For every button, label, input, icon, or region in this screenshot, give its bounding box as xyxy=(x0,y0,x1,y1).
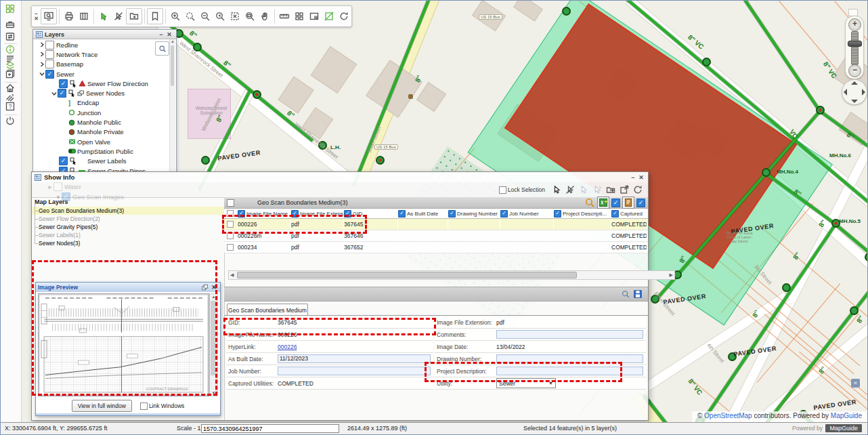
layers-close-button[interactable]: ✕ xyxy=(165,31,173,38)
refresh-button[interactable] xyxy=(337,9,351,24)
layers-panel-titlebar[interactable]: Layers − ✕ xyxy=(33,30,176,39)
expander-icon[interactable] xyxy=(39,42,45,47)
layer-checkbox[interactable] xyxy=(45,50,54,59)
zoom-out-button[interactable]: − xyxy=(848,64,861,77)
zoom-rectangle-button[interactable] xyxy=(183,9,198,24)
pan-left-arrow[interactable] xyxy=(844,89,847,96)
layer-tree-item[interactable]: Redline xyxy=(33,40,169,49)
column-header[interactable]: ✓Project Descripti... xyxy=(554,209,611,218)
layer-tree-item[interactable]: Network Trace xyxy=(33,49,169,59)
expander-icon[interactable] xyxy=(51,91,58,96)
osm-link[interactable]: OpenStreetMap xyxy=(704,412,752,419)
search-button[interactable] xyxy=(584,197,595,208)
layer-tree-item[interactable]: PumpStation Public xyxy=(33,146,169,156)
expander-icon[interactable] xyxy=(39,62,45,67)
refresh-button[interactable] xyxy=(632,184,644,195)
layer-tree-item[interactable]: Open Valve xyxy=(33,137,169,146)
select-faded-button[interactable] xyxy=(578,184,590,195)
layer-tree-item[interactable]: Manhole Public xyxy=(33,117,169,127)
sidebar-swap-panels-button[interactable] xyxy=(5,31,17,43)
pan-right-arrow[interactable] xyxy=(862,89,865,96)
sidebar-apps-grid-button[interactable] xyxy=(5,3,17,16)
pan-button[interactable] xyxy=(257,9,272,24)
dialog-minimize-button[interactable]: − xyxy=(629,174,637,181)
row-checkbox[interactable] xyxy=(227,244,234,251)
report-button[interactable] xyxy=(622,196,634,209)
zoom-extents-button[interactable] xyxy=(227,9,242,24)
layer-checkbox[interactable]: ✓ xyxy=(45,70,54,79)
expander-icon[interactable] xyxy=(39,71,45,77)
detail-search-icon[interactable] xyxy=(621,289,630,299)
zoom-in-button[interactable]: + xyxy=(848,18,861,31)
field-input[interactable]: 11/12/2023 xyxy=(278,354,431,363)
layer-checkbox[interactable]: ✓ xyxy=(59,157,68,165)
sidebar-help-button[interactable]: ? xyxy=(5,101,17,113)
export-folder-button[interactable] xyxy=(605,184,617,195)
grid-row[interactable]: 000234pdf367652COMPLETED xyxy=(224,242,648,253)
layer-checkbox[interactable] xyxy=(45,41,54,49)
column-checkbox[interactable]: ✓ xyxy=(398,210,406,218)
layer-tree-item[interactable]: Manhole Private xyxy=(33,127,169,137)
column-checkbox[interactable]: ✓ xyxy=(611,210,619,218)
measure-button[interactable] xyxy=(277,9,292,24)
map-zoom-slider[interactable]: + − xyxy=(845,16,864,79)
field-input[interactable] xyxy=(278,367,431,375)
column-checkbox[interactable]: ✓ xyxy=(554,210,561,218)
lock-selection-checkbox[interactable]: Lock Selection xyxy=(499,186,545,194)
layer-tree-item[interactable]: Basemap xyxy=(33,60,169,69)
column-checkbox[interactable]: ✓ xyxy=(500,210,508,218)
zoom-handle[interactable] xyxy=(848,41,862,47)
layer-tree-item[interactable]: Junction xyxy=(33,108,169,117)
column-checkbox[interactable]: ✓ xyxy=(448,210,456,218)
folder-star-button[interactable] xyxy=(126,8,142,24)
grid-option-checkbox[interactable]: ✓ xyxy=(611,199,620,207)
bookmark-button[interactable] xyxy=(147,8,163,24)
map-book-button[interactable] xyxy=(77,9,91,24)
overview-map-button[interactable] xyxy=(307,9,322,24)
print-button[interactable] xyxy=(62,9,77,24)
map-layer-item[interactable]: Sewer Labels(1) xyxy=(32,231,224,239)
zoom-in-button[interactable] xyxy=(168,9,183,24)
select-arrow-button[interactable] xyxy=(96,9,111,24)
field-input[interactable] xyxy=(496,330,643,339)
open-new-window-button[interactable] xyxy=(618,184,630,195)
export-image-button[interactable] xyxy=(597,196,609,209)
grid-option-checkbox[interactable]: ✓ xyxy=(636,199,645,207)
column-header[interactable]: ✓Drawing Number xyxy=(448,209,500,218)
layer-tree-item[interactable]: ✓Sewer Labels xyxy=(33,157,169,166)
layer-tree-item[interactable]: ✓Sewer Flow Direction xyxy=(33,79,169,88)
pan-up-arrow[interactable] xyxy=(851,81,858,85)
layer-tree-item[interactable]: ✓Sewer xyxy=(33,69,169,79)
view-full-window-button[interactable]: View in full window xyxy=(72,400,132,412)
toolbar-window-buttons[interactable]: −✕ xyxy=(32,12,41,21)
sidebar-power-button[interactable] xyxy=(5,115,17,127)
pan-down-arrow[interactable] xyxy=(851,100,858,103)
layer-checkbox[interactable] xyxy=(45,60,54,68)
column-header[interactable]: ✓Captured xyxy=(611,209,647,218)
zoom-previous-button[interactable] xyxy=(213,9,227,24)
grid-titlebar[interactable]: Geo Scan Boundaries Medium(3) ✓✓ xyxy=(224,197,648,209)
map-layer-item[interactable]: Sewer Flow Direction(2) xyxy=(32,215,224,223)
screen-magnifier-button[interactable] xyxy=(41,8,57,24)
clear-selection-button[interactable] xyxy=(111,9,126,24)
show-info-titlebar[interactable]: Show Info − ✕ xyxy=(32,172,648,182)
map-layer-item[interactable]: Geo Scan Boundaries Medium(3) xyxy=(32,207,224,215)
expander-icon[interactable] xyxy=(39,51,45,57)
clear-selection-button[interactable] xyxy=(564,184,576,195)
select-faded-2-button[interactable] xyxy=(591,184,603,195)
link-windows-checkbox[interactable]: Link Windows xyxy=(140,402,184,410)
zoom-out-button[interactable] xyxy=(198,9,213,24)
zoom-selection-button[interactable] xyxy=(242,9,257,24)
tile-grid-button[interactable] xyxy=(292,9,307,24)
column-header[interactable]: ✓As Built Date xyxy=(398,209,448,218)
map-layer-item[interactable]: Sewer Nodes(3) xyxy=(32,239,224,247)
attribution-collapse-button[interactable]: « xyxy=(851,379,860,388)
layers-minimize-button[interactable]: − xyxy=(157,31,165,38)
hyperlink-value[interactable]: 000226 xyxy=(278,344,297,350)
dialog-close-button[interactable]: ✕ xyxy=(637,174,645,181)
sidebar-copy-add-button[interactable] xyxy=(5,68,17,81)
layers-search-button[interactable] xyxy=(155,41,169,56)
map-layer-item[interactable]: Sewer Gravity Pipes(5) xyxy=(32,223,224,231)
mapguide-link[interactable]: MapGuide xyxy=(831,412,862,419)
layer-checkbox[interactable]: ✓ xyxy=(58,89,66,98)
